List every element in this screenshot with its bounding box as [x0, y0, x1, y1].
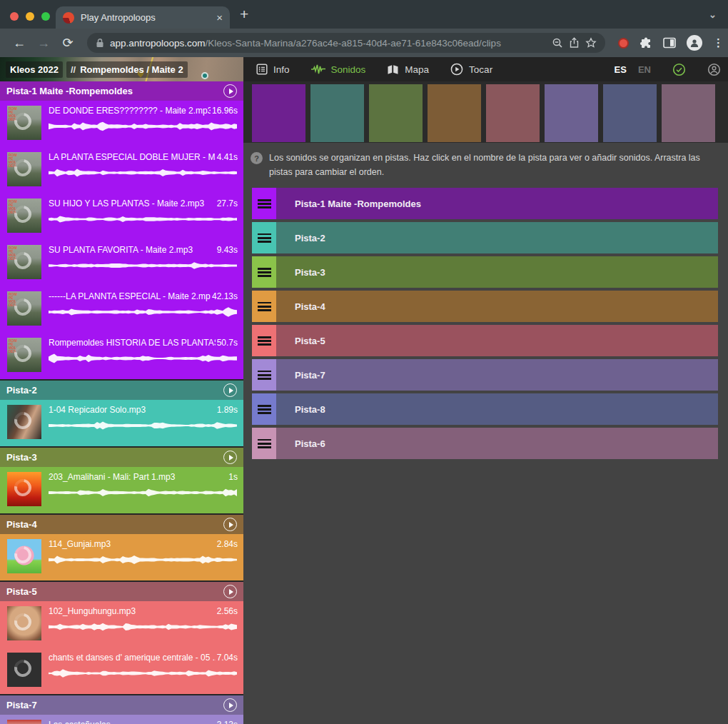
sidebar-track: Pista-21-04 Repicador Solo.mp31.89s [0, 381, 243, 446]
back-button[interactable]: ← [9, 36, 30, 51]
waveform [49, 119, 238, 134]
clip-item[interactable]: ------LA PLANNTA ESPECIAL - Maite 2.mp34… [0, 286, 243, 333]
clip-item[interactable]: 114_Gunjai.mp32.84s [0, 534, 243, 580]
clip-item[interactable]: SU PLANTA FAVORITA - Maite 2.mp39.43s [0, 240, 243, 286]
nav-sonidos[interactable]: Sonidos [311, 64, 366, 75]
track-play-button[interactable] [223, 585, 237, 598]
sidebar-track-name[interactable]: Pista-4 [6, 519, 223, 530]
share-icon[interactable] [569, 37, 580, 49]
track-play-button[interactable] [223, 383, 237, 397]
drag-handle[interactable] [252, 188, 276, 219]
clip-item[interactable]: SU HIJO Y LAS PLANTAS - Maite 2.mp327.7s [0, 193, 243, 240]
sidebar-track-name[interactable]: Pista-3 [6, 452, 223, 463]
nav-info[interactable]: Info [256, 64, 290, 75]
clip-item[interactable]: chants et danses d' amerique centrale - … [0, 648, 243, 694]
language-es[interactable]: ES [615, 64, 627, 75]
clip-title-row: 203_Amalihani - Mali: Part 1.mp31s [49, 472, 238, 483]
breadcrumb-section-chip[interactable]: //Rompemoldes / Maite 2 [66, 61, 188, 78]
waveform [49, 351, 238, 366]
track-row-bar[interactable]: Pista-1 Maite -Rompemoldes [276, 188, 718, 219]
reload-button[interactable]: ⟳ [57, 35, 79, 51]
zoom-page-icon[interactable] [552, 37, 563, 49]
track-play-button[interactable] [223, 698, 237, 712]
loading-spinner-icon [11, 295, 34, 318]
drag-handle[interactable] [252, 393, 276, 425]
clip-duration: 7.04s [216, 653, 238, 663]
breadcrumb-project[interactable]: Kleos 2022 [6, 61, 63, 78]
browser-tab[interactable]: Play Antropoloops × [56, 6, 230, 29]
track-row-label: Pista-2 [295, 233, 325, 243]
clip-item[interactable]: Rompemoldes HISTORIA DE LAS PLANTAS...50… [0, 333, 243, 379]
santa-hat-thumbnail [7, 720, 41, 724]
new-tab-button[interactable]: + [240, 6, 248, 23]
track-row-bar[interactable]: Pista-8 [276, 393, 718, 425]
elmo-fire-thumbnail [7, 472, 41, 506]
saved-check-icon[interactable] [672, 63, 686, 76]
sidebar-track: Pista-7Las castañuelas3.13s [0, 695, 243, 724]
clip-item[interactable]: 102_Hunguhungu.mp32.56s [0, 601, 243, 648]
clip-item[interactable]: 203_Amalihani - Mali: Part 1.mp31s [0, 467, 243, 513]
drag-handle[interactable] [252, 325, 276, 356]
clip-list: 1-04 Repicador Solo.mp31.89s [0, 400, 243, 446]
project-map-banner[interactable]: Kleos 2022 //Rompemoldes / Maite 2 [0, 57, 243, 81]
clip-duration: 2.56s [216, 606, 238, 617]
language-en[interactable]: EN [638, 64, 651, 75]
clip-title: SU PLANTA FAVORITA - Maite 2.mp3 [49, 245, 216, 256]
drag-handle[interactable] [252, 222, 276, 253]
record-indicator-icon[interactable] [618, 38, 629, 49]
clip-item[interactable]: 1-04 Repicador Solo.mp31.89s [0, 400, 243, 446]
waveform [49, 553, 238, 567]
sidebar-track-name[interactable]: Pista-7 [6, 700, 223, 710]
url-domain: app.antropoloops.com [110, 38, 206, 49]
app-nav: Info Sonidos Mapa Tocar ES [243, 57, 728, 81]
track-row: Pista-4 [252, 291, 718, 322]
waveform [49, 212, 238, 226]
track-row-bar[interactable]: Pista-6 [276, 428, 718, 459]
close-tab-icon[interactable]: × [216, 12, 223, 23]
breadcrumb: Kleos 2022 //Rompemoldes / Maite 2 [0, 57, 243, 81]
maximize-window-button[interactable] [41, 12, 50, 21]
breadcrumb-section: Rompemoldes / Maite 2 [80, 64, 183, 75]
url-text: app.antropoloops.com/Kleos-Santa-Marina/… [110, 38, 546, 49]
track-row-bar[interactable]: Pista-4 [276, 291, 718, 322]
sidebar-track-name[interactable]: Pista-1 Maite -Rompemoldes [6, 86, 223, 96]
browser-menu-icon[interactable]: ⋮ [713, 36, 724, 49]
track-row-bar[interactable]: Pista-5 [276, 325, 718, 356]
nav-mapa-label: Mapa [405, 64, 429, 75]
bookmark-star-icon[interactable] [585, 37, 597, 49]
drag-handle[interactable] [252, 256, 276, 288]
track-row-label: Pista-1 Maite -Rompemoldes [295, 198, 421, 209]
track-row-bar[interactable]: Pista-2 [276, 222, 718, 253]
nav-tocar[interactable]: Tocar [450, 63, 492, 76]
extension-puzzle-icon[interactable] [639, 36, 652, 49]
drag-handle[interactable] [252, 359, 276, 391]
sidebar-track-name[interactable]: Pista-2 [6, 385, 223, 396]
loading-spinner-icon [11, 156, 34, 179]
forward-button[interactable]: → [33, 36, 54, 51]
drag-handle[interactable] [252, 428, 276, 459]
clip-item[interactable]: LA PLANTA ESPECIAL DOBLE MUJER - Mai...4… [0, 147, 243, 193]
track-play-button[interactable] [223, 518, 237, 531]
drag-handle[interactable] [252, 291, 276, 322]
clip-duration: 1.89s [216, 405, 238, 416]
minimize-window-button[interactable] [26, 12, 34, 21]
clip-body: SU HIJO Y LAS PLANTAS - Maite 2.mp327.7s [49, 198, 238, 240]
clip-item[interactable]: Las castañuelas3.13s [0, 715, 243, 724]
nav-mapa[interactable]: Mapa [387, 64, 429, 75]
close-window-button[interactable] [10, 12, 19, 21]
clip-item[interactable]: DE DONDE ERES???????? - Maite 2.mp316.96… [0, 101, 243, 147]
sidebar-track-name[interactable]: Pista-5 [6, 586, 223, 597]
side-panel-icon[interactable] [663, 37, 676, 49]
account-icon[interactable] [707, 63, 721, 76]
clip-duration: 27.7s [216, 198, 238, 209]
profile-avatar[interactable] [687, 35, 702, 51]
track-play-button[interactable] [223, 451, 237, 464]
loading-spinner-icon [11, 248, 34, 272]
track-row-bar[interactable]: Pista-7 [276, 359, 718, 391]
track-row-bar[interactable]: Pista-3 [276, 256, 718, 288]
address-bar[interactable]: app.antropoloops.com/Kleos-Santa-Marina/… [87, 33, 605, 53]
track-play-button[interactable] [223, 84, 237, 98]
clip-list: 102_Hunguhungu.mp32.56schants et danses … [0, 601, 243, 694]
tab-search-chevron-icon[interactable]: ⌄ [709, 9, 717, 20]
clip-title: LA PLANTA ESPECIAL DOBLE MUJER - Mai... [49, 152, 216, 163]
